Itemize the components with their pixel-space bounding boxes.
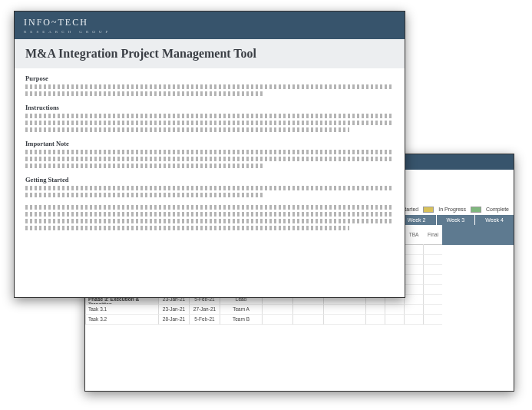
gantt-cell: [423, 265, 442, 275]
gantt-cell: [404, 255, 423, 265]
cell-start: 28-Jan-21: [158, 315, 189, 325]
section-purpose: Purpose: [25, 74, 394, 96]
gantt-cell: [365, 315, 385, 325]
table-row: Task 3.228-Jan-215-Feb-21Team B: [85, 315, 514, 325]
gantt-cell: [404, 265, 423, 275]
legend-label-b: In Progress: [438, 207, 466, 213]
legend-swatch-yellow: [423, 207, 434, 213]
col-g3: TBA: [404, 225, 423, 245]
cell-aend: [292, 315, 323, 325]
legend-swatch-green: [471, 207, 481, 213]
cell-end: 5-Feb-21: [189, 315, 220, 325]
gantt-cell: [423, 315, 442, 325]
section-getting: Getting Started: [25, 176, 394, 197]
page-title: M&A Integration Project Management Tool: [15, 39, 405, 68]
legend-label-c: Complete: [486, 207, 509, 213]
gantt-cell: [385, 305, 404, 315]
heading-purpose: Purpose: [25, 74, 394, 82]
heading-instructions: Instructions: [25, 104, 394, 111]
cell-astart: [262, 315, 292, 325]
section-instructions: Instructions: [25, 104, 394, 132]
document-body: Purpose Instructions Important Note Gett…: [15, 68, 405, 244]
cell-owner: Team B: [220, 315, 262, 325]
gantt-cell: [423, 285, 442, 295]
table-row: Task 3.123-Jan-2127-Jan-21Team A: [85, 305, 514, 315]
cell-owner: Team A: [220, 305, 262, 315]
gantt-cell: [404, 315, 423, 325]
brand-sub: RESEARCH GROUP: [24, 30, 395, 34]
gantt-cell: [365, 305, 385, 315]
gantt-cell: [423, 305, 442, 315]
cell-astart: [262, 305, 292, 315]
gantt-cell: [423, 245, 442, 255]
gantt-cell: [404, 285, 423, 295]
heading-important: Important Note: [25, 140, 394, 147]
cell-task: Task 3.1: [85, 305, 158, 315]
gantt-cell: [423, 255, 442, 265]
gantt-cell: [385, 315, 404, 325]
section-footer-text: [25, 205, 394, 230]
cell-task: Task 3.2: [85, 315, 158, 325]
gantt-cell: [423, 275, 442, 285]
gantt-cell: [404, 275, 423, 285]
gantt-cell: [423, 295, 442, 305]
gantt-cell: [404, 295, 423, 305]
gantt-cell: [404, 305, 423, 315]
document-preview: INFO~TECH RESEARCH GROUP M&A Integration…: [14, 11, 405, 298]
brand-bar: INFO~TECH RESEARCH GROUP: [15, 12, 405, 39]
cell-prereq: [323, 305, 365, 315]
brand-name: INFO~TECH: [24, 17, 88, 28]
cell-start: 23-Jan-21: [158, 305, 189, 315]
col-g4: Final: [423, 225, 442, 245]
section-important: Important Note: [25, 140, 394, 168]
heading-getting: Getting Started: [25, 176, 394, 184]
gantt-cell: [404, 245, 423, 255]
band-week-4: Week 4: [474, 215, 514, 225]
cell-end: 27-Jan-21: [189, 305, 220, 315]
cell-aend: [292, 305, 323, 315]
band-week-3: Week 3: [436, 215, 475, 225]
cell-prereq: [323, 315, 365, 325]
